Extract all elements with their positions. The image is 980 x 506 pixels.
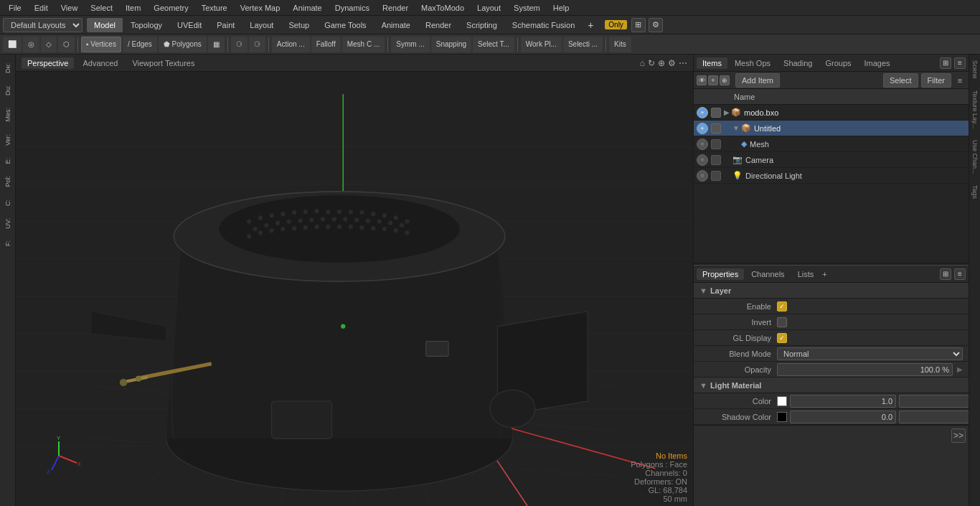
menu-layout[interactable]: Layout [471,2,507,14]
item-row-light[interactable]: ○ 💡 Directional Light [694,168,969,184]
only-badge[interactable]: Only [605,20,627,29]
polygons-btn[interactable]: ⬟ Polygons [159,37,207,52]
tab-render[interactable]: Render [418,18,458,32]
left-tab-du[interactable]: Du: [2,80,14,101]
color-swatch[interactable] [777,396,787,406]
left-tab-c[interactable]: C: [2,194,14,212]
items-options-btn[interactable]: ≡ [954,75,966,86]
right-tab-scene[interactable]: Scene [970,55,980,85]
layout-icon-btn1[interactable]: ⊞ [631,18,646,32]
viewport-zoom-btn[interactable]: ⊕ [658,58,665,68]
tab-animate[interactable]: Animate [374,18,418,32]
viewport-more-btn[interactable]: ⋯ [679,58,687,68]
opacity-field[interactable] [777,363,953,376]
color-r-field[interactable] [790,395,896,408]
item-row-camera[interactable]: ○ 📷 Camera [694,152,969,168]
expand-more-btn[interactable]: >> [951,428,966,443]
tab-model[interactable]: Model [87,18,123,32]
tab-topology[interactable]: Topology [123,18,169,32]
toggle2[interactable]: ⚆ [249,37,265,52]
menu-file[interactable]: File [3,2,27,14]
viewport-settings-btn[interactable]: ⚙ [668,58,676,68]
panel-options-btn[interactable]: ≡ [954,57,966,69]
tab-mesh-ops[interactable]: Mesh Ops [729,57,776,69]
viewport-tab-textures[interactable]: Viewport Textures [126,57,200,69]
eye-untitled[interactable]: ● [697,123,708,134]
menu-system[interactable]: System [508,2,546,14]
menu-select[interactable]: Select [85,2,118,14]
visibility-camera[interactable] [711,155,721,165]
filter-button[interactable]: Filter [921,73,951,88]
right-tab-texture[interactable]: Texture Lay... [970,85,980,134]
blend-mode-dropdown[interactable]: Normal [777,347,963,360]
snapping-btn[interactable]: Snapping [431,37,471,52]
toggle1[interactable]: ⚆ [231,37,248,52]
add-item-icon[interactable]: + [708,75,718,85]
left-tab-e[interactable]: E: [2,152,14,170]
mesh-component-btn[interactable]: Mesh C ... [342,37,385,52]
visibility-mesh[interactable] [711,139,721,149]
expand-panel-btn[interactable]: ⊞ [940,57,951,69]
work-plane-btn[interactable]: Work Pl... [521,37,562,52]
left-tab-pol[interactable]: Pol: [2,170,14,193]
checkbox-enable[interactable] [777,301,787,311]
vertices-btn[interactable]: ▪ Vertices [81,37,121,52]
visibility-untitled[interactable] [711,123,721,133]
tool-select-mode[interactable]: ⬜ [3,37,22,52]
menu-edit[interactable]: Edit [29,2,54,14]
expand-props-btn[interactable]: ⊞ [940,268,951,280]
tab-game-tools[interactable]: Game Tools [317,18,374,32]
viewport-tab-advanced[interactable]: Advanced [77,57,123,69]
tab-layout[interactable]: Layout [242,18,281,32]
eye-camera[interactable]: ○ [697,154,708,166]
mesh-type-btn[interactable]: ▦ [208,37,225,52]
action-btn[interactable]: Action ... [272,37,310,52]
layer-section-header[interactable]: ▼ Layer [694,283,969,299]
edges-btn[interactable]: / Edges [123,37,157,52]
menu-dynamics[interactable]: Dynamics [329,2,375,14]
item-row-untitled[interactable]: ● ▼ 📦 Untitled [694,121,969,136]
viewport-canvas[interactable]: X Z Y No Items Polygons : Face Channels:… [16,72,693,506]
menu-geometry[interactable]: Geometry [148,2,194,14]
tool-box[interactable]: ⬡ [58,37,75,52]
menu-animate[interactable]: Animate [287,2,327,14]
props-options-btn[interactable]: ≡ [954,268,966,280]
falloff-btn[interactable]: Falloff [311,37,341,52]
tab-images[interactable]: Images [859,57,896,69]
tab-schematic-fusion[interactable]: Schematic Fusion [505,18,582,32]
right-tab-tags[interactable]: Tags [970,179,980,205]
shadow-r-field[interactable] [790,411,896,423]
color-g-field[interactable] [899,395,969,408]
add-layout-button[interactable]: + [583,18,598,32]
right-tab-use-chan[interactable]: Use Chan... [970,134,980,180]
left-tab-mes[interactable]: Mes: [2,102,14,128]
items-list[interactable]: ● ▶ 📦 modo.bxo ● ▼ 📦 Untitled [694,105,969,263]
tab-properties[interactable]: Properties [697,268,744,280]
eye-toggle-all[interactable]: 👁 [697,75,707,85]
tab-shading[interactable]: Shading [778,57,818,69]
select-through-btn[interactable]: Select T... [473,37,514,52]
symmetry-btn[interactable]: Symm ... [391,37,429,52]
tab-groups[interactable]: Groups [819,57,857,69]
tab-items[interactable]: Items [697,57,727,69]
eye-modo-bxo[interactable]: ● [697,107,708,118]
visibility-light[interactable] [711,171,721,181]
tab-channels[interactable]: Channels [745,268,790,280]
shadow-g-field[interactable] [899,411,969,423]
viewport-rotate-btn[interactable]: ↻ [648,58,655,68]
kits-btn[interactable]: Kits [609,37,631,52]
menu-item[interactable]: Item [120,2,146,14]
opacity-arrow[interactable]: ▶ [957,365,963,373]
layout-dropdown[interactable]: Default Layouts [3,18,83,32]
checkbox-gl-display[interactable] [777,333,787,343]
tab-uvedit[interactable]: UVEdit [170,18,209,32]
left-tab-de[interactable]: De: [2,57,14,79]
menu-texture[interactable]: Texture [196,2,233,14]
light-material-section-header[interactable]: ▼ Light Material [694,378,969,393]
add-tab-btn[interactable]: + [822,270,826,278]
add-item-button[interactable]: Add Item [735,73,780,88]
viewport-area[interactable]: Perspective Advanced Viewport Textures ⌂… [16,55,693,506]
menu-view[interactable]: View [55,2,84,14]
tool-circle[interactable]: ◎ [23,37,39,52]
menu-render[interactable]: Render [377,2,414,14]
